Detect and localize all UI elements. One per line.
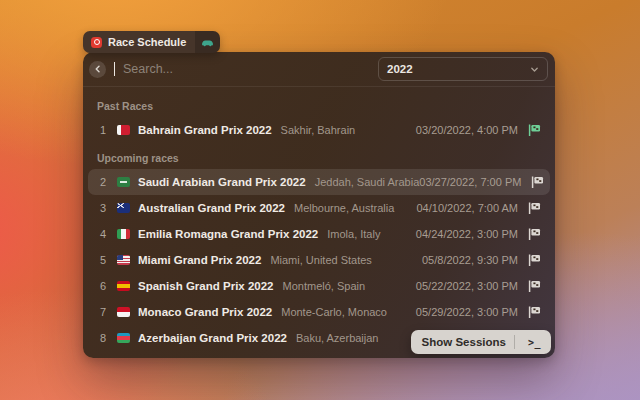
race-datetime: 04/10/2022, 7:00 AM [416,202,518,214]
checkered-flag-icon [531,176,544,188]
race-title: Monaco Grand Prix 2022 [138,306,272,318]
back-button[interactable] [89,61,106,78]
row-index: 4 [97,228,109,240]
checkered-flag-icon [528,306,541,318]
show-sessions-button[interactable]: Show Sessions >_ [411,330,551,354]
country-flag-icon [117,177,130,187]
year-dropdown-value: 2022 [387,63,413,75]
race-location: Imola, Italy [327,228,380,240]
race-title: Emilia Romagna Grand Prix 2022 [138,228,318,240]
race-title: Bahrain Grand Prix 2022 [138,124,272,136]
race-datetime: 05/22/2022, 3:00 PM [416,280,518,292]
race-location: Melbourne, Australia [294,202,394,214]
race-location: Jeddah, Saudi Arabia [315,176,420,188]
race-row[interactable]: 4 Emilia Romagna Grand Prix 2022 Imola, … [88,221,550,247]
row-index: 2 [97,176,109,188]
race-schedule-extension-icon [91,37,102,48]
extension-tag[interactable]: Race Schedule [83,31,220,53]
extension-tag-label: Race Schedule [108,36,186,48]
race-location: Monte-Carlo, Monaco [281,306,387,318]
race-title: Spanish Grand Prix 2022 [138,280,274,292]
row-index: 7 [97,306,109,318]
row-index: 3 [97,202,109,214]
list-section: Past Races 1 Bahrain Grand Prix 2022 Sak… [88,91,550,143]
checkered-flag-icon [528,280,541,292]
chevron-down-icon [530,65,539,74]
raycast-window: 2022 Past Races 1 Bahrain Grand Prix 202… [83,52,555,358]
country-flag-icon [117,125,130,135]
race-datetime: 03/20/2022, 4:00 PM [416,124,518,136]
race-location: Sakhir, Bahrain [281,124,356,136]
row-index: 5 [97,254,109,266]
chevron-left-icon [94,65,102,73]
row-index: 6 [97,280,109,292]
race-datetime: 05/29/2022, 3:00 PM [416,306,518,318]
race-row[interactable]: 6 Spanish Grand Prix 2022 Montmeló, Spai… [88,273,550,299]
section-rows: 1 Bahrain Grand Prix 2022 Sakhir, Bahrai… [88,117,550,143]
race-title: Miami Grand Prix 2022 [138,254,261,266]
country-flag-icon [117,255,130,265]
race-row[interactable]: 5 Miami Grand Prix 2022 Miami, United St… [88,247,550,273]
checkered-flag-icon [528,228,541,240]
race-row[interactable]: 3 Australian Grand Prix 2022 Melbourne, … [88,195,550,221]
race-datetime: 05/8/2022, 9:30 PM [422,254,518,266]
country-flag-icon [117,203,130,213]
country-flag-icon [117,307,130,317]
section-header: Past Races [88,91,550,117]
checkered-flag-icon [528,124,541,136]
race-location: Baku, Azerbaijan [296,332,379,344]
search-bar: 2022 [83,52,555,87]
race-location: Miami, United States [270,254,371,266]
race-datetime: 04/24/2022, 3:00 PM [416,228,518,240]
race-title: Australian Grand Prix 2022 [138,202,285,214]
race-list: Past Races 1 Bahrain Grand Prix 2022 Sak… [83,87,555,358]
checkered-flag-icon [528,254,541,266]
race-title: Saudi Arabian Grand Prix 2022 [138,176,306,188]
search-input[interactable] [123,62,370,76]
race-row[interactable]: 1 Bahrain Grand Prix 2022 Sakhir, Bahrai… [88,117,550,143]
race-datetime: 03/27/2022, 7:00 PM [419,176,521,188]
shortcut-key-icon: >_ [523,335,546,350]
country-flag-icon [117,229,130,239]
list-section: Upcoming races 2 Saudi Arabian Grand Pri… [88,143,550,358]
tooltip-divider [514,335,515,349]
row-index: 1 [97,124,109,136]
show-sessions-label: Show Sessions [422,336,506,348]
country-flag-icon [117,281,130,291]
checkered-flag-icon [528,202,541,214]
race-location: Montmeló, Spain [283,280,366,292]
section-header: Upcoming races [88,143,550,169]
race-title: Azerbaijan Grand Prix 2022 [138,332,287,344]
race-row[interactable]: 7 Monaco Grand Prix 2022 Monte-Carlo, Mo… [88,299,550,325]
row-index: 8 [97,332,109,344]
year-dropdown[interactable]: 2022 [378,57,548,81]
country-flag-icon [117,333,130,343]
car-icon [195,31,220,53]
text-caret [114,62,115,76]
desktop-background: Race Schedule 2022 [0,0,640,400]
race-row[interactable]: 2 Saudi Arabian Grand Prix 2022 Jeddah, … [88,169,550,195]
